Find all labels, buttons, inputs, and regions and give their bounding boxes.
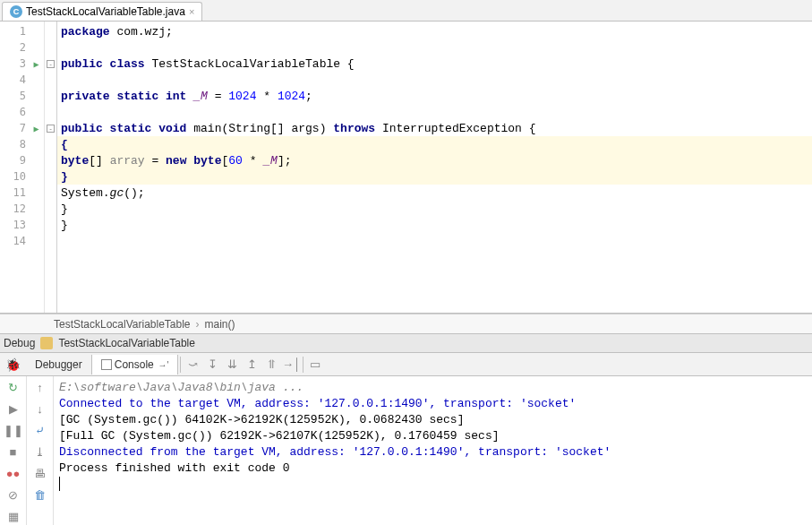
- up-icon[interactable]: ↑: [31, 378, 49, 396]
- bug-icon[interactable]: 🐞: [5, 357, 21, 372]
- console-icon: [101, 359, 112, 370]
- fold-column: - -: [45, 22, 57, 313]
- pin-icon: →': [156, 360, 169, 370]
- breadcrumb-class[interactable]: TestStackLocalVariableTable: [54, 318, 191, 331]
- file-tab[interactable]: C TestStackLocalVariableTable.java ×: [2, 2, 202, 21]
- line-number: 8: [0, 138, 31, 151]
- tab-console[interactable]: Console →': [92, 355, 179, 374]
- debug-tool-row: 🐞 Debugger Console →' ⤻ ↧ ⇊ ↥ ⥣ →│ ▭: [0, 353, 812, 376]
- fold-toggle-icon[interactable]: -: [47, 125, 55, 133]
- run-config-icon: [40, 337, 53, 349]
- resume-icon[interactable]: ▶: [4, 400, 22, 417]
- down-icon[interactable]: ↓: [31, 400, 49, 417]
- run-gutter-icon[interactable]: ▶: [31, 59, 44, 69]
- console-side-toolbar: ↑ ↓ ⤶ ⤓ 🖶 🗑: [27, 376, 54, 525]
- fold-toggle-icon[interactable]: -: [47, 60, 55, 68]
- code-area[interactable]: package com.wzj; public class TestStackL…: [57, 22, 812, 313]
- line-number: 14: [0, 235, 31, 247]
- debug-config-name[interactable]: TestStackLocalVariableTable: [58, 337, 195, 349]
- console-line: Disconnected from the target VM, address…: [59, 444, 807, 460]
- pause-icon[interactable]: ❚❚: [4, 421, 22, 439]
- breadcrumb-method[interactable]: main(): [205, 318, 235, 331]
- editor: 1 2 3▶ 4 5 6 7▶ 8 9 10 11 12 13 14 - - p…: [0, 22, 812, 314]
- console-line: [GC (System.gc()) 64102K->62192K(125952K…: [59, 412, 807, 428]
- line-number: 11: [0, 186, 31, 199]
- divider: [303, 357, 303, 373]
- stop-icon[interactable]: ■: [4, 443, 22, 460]
- force-step-into-icon[interactable]: ⇊: [222, 355, 242, 374]
- run-to-cursor-icon[interactable]: →│: [281, 355, 301, 374]
- step-into-icon[interactable]: ↧: [202, 355, 222, 374]
- step-out-icon[interactable]: ↥: [242, 355, 261, 374]
- tab-debugger[interactable]: Debugger: [26, 355, 92, 374]
- breadcrumb[interactable]: TestStackLocalVariableTable › main(): [0, 314, 812, 333]
- line-number: 3: [0, 57, 31, 70]
- line-number: 1: [0, 25, 31, 38]
- line-number: 10: [0, 170, 31, 183]
- clear-icon[interactable]: 🗑: [31, 486, 49, 503]
- console-line: Process finished with exit code 0: [59, 460, 807, 477]
- divider: [180, 357, 181, 373]
- soft-wrap-icon[interactable]: ⤶: [31, 421, 49, 439]
- console-line: E:\software\Java\Java8\bin\java ...: [59, 380, 807, 396]
- run-gutter-icon[interactable]: ▶: [31, 124, 44, 133]
- rerun-icon[interactable]: ↻: [4, 378, 22, 396]
- chevron-right-icon: ›: [196, 318, 200, 331]
- java-class-icon: C: [10, 5, 22, 18]
- scroll-end-icon[interactable]: ⤓: [31, 443, 49, 460]
- debug-label: Debug: [4, 337, 35, 349]
- step-over-icon[interactable]: ⤻: [183, 355, 202, 374]
- line-number: 4: [0, 73, 31, 86]
- line-number: 9: [0, 154, 31, 167]
- line-number: 2: [0, 41, 31, 54]
- close-icon[interactable]: ×: [189, 6, 194, 17]
- print-icon[interactable]: 🖶: [31, 464, 49, 482]
- view-breakpoints-icon[interactable]: ●●: [4, 464, 22, 482]
- editor-tabbar: C TestStackLocalVariableTable.java ×: [0, 0, 812, 22]
- line-gutter: 1 2 3▶ 4 5 6 7▶ 8 9 10 11 12 13 14: [0, 22, 45, 313]
- drop-frame-icon[interactable]: ⥣: [261, 355, 281, 374]
- console-line: [Full GC (System.gc()) 62192K->62107K(12…: [59, 428, 807, 444]
- cursor-icon: [59, 477, 60, 491]
- file-tab-label: TestStackLocalVariableTable.java: [26, 5, 185, 18]
- console-panel: ↻ ▶ ❚❚ ■ ●● ⊘ ▦ ↑ ↓ ⤶ ⤓ 🖶 🗑 E:\software\…: [0, 376, 812, 525]
- debug-toolwindow-header: Debug TestStackLocalVariableTable: [0, 333, 812, 353]
- line-number: 13: [0, 219, 31, 231]
- line-number: 5: [0, 90, 31, 102]
- line-number: 6: [0, 106, 31, 118]
- console-output[interactable]: E:\software\Java\Java8\bin\java ... Conn…: [54, 376, 812, 525]
- mute-breakpoints-icon[interactable]: ⊘: [4, 486, 22, 503]
- line-number: 12: [0, 202, 31, 215]
- layout-icon[interactable]: ▦: [4, 507, 22, 525]
- console-line: Connected to the target VM, address: '12…: [59, 396, 807, 412]
- debug-side-toolbar: ↻ ▶ ❚❚ ■ ●● ⊘ ▦: [0, 376, 27, 525]
- line-number: 7: [0, 122, 31, 134]
- evaluate-icon[interactable]: ▭: [305, 355, 325, 374]
